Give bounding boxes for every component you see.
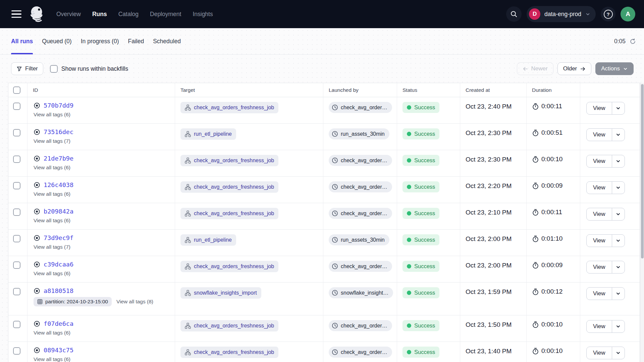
view-all-tags-link[interactable]: View all tags (6) xyxy=(34,330,70,336)
partition-tag[interactable]: partition: 2024-10-23-15:00 xyxy=(34,297,112,306)
launched-by-pill[interactable]: check_avg_order… xyxy=(329,261,392,272)
row-checkbox[interactable] xyxy=(13,208,20,216)
hamburger-menu-icon[interactable] xyxy=(11,10,21,18)
run-id-link[interactable]: a8180518 xyxy=(44,287,73,294)
row-checkbox[interactable] xyxy=(13,347,20,355)
nav-link-overview[interactable]: Overview xyxy=(56,11,81,18)
target-pill[interactable]: check_avg_orders_freshness_job xyxy=(180,155,278,166)
user-avatar[interactable]: A xyxy=(621,7,635,21)
run-id-link[interactable]: 570b7dd9 xyxy=(44,102,73,109)
run-id-link[interactable]: 73d9ec9f xyxy=(44,234,73,241)
view-button[interactable]: View xyxy=(587,182,612,194)
tab-queued[interactable]: Queued (0) xyxy=(42,28,72,54)
row-checkbox[interactable] xyxy=(13,103,20,110)
launched-by-pill[interactable]: check_avg_order… xyxy=(329,208,392,219)
view-all-tags-link[interactable]: View all tags (6) xyxy=(34,218,70,224)
view-dropdown-button[interactable] xyxy=(612,155,625,167)
run-id-link[interactable]: b209842a xyxy=(44,208,73,215)
view-dropdown-button[interactable] xyxy=(612,288,625,300)
select-all-checkbox[interactable] xyxy=(13,86,20,94)
nav-link-catalog[interactable]: Catalog xyxy=(118,11,139,18)
view-dropdown-button[interactable] xyxy=(612,320,625,333)
target-pill[interactable]: check_avg_orders_freshness_job xyxy=(180,347,278,358)
status-badge: Success xyxy=(402,181,439,192)
view-button[interactable]: View xyxy=(587,235,612,247)
view-all-tags-link[interactable]: View all tags (6) xyxy=(34,356,70,362)
filter-button[interactable]: Filter xyxy=(11,62,43,75)
run-id-link[interactable]: 73516dec xyxy=(44,128,73,135)
row-checkbox[interactable] xyxy=(13,321,20,328)
target-pill[interactable]: check_avg_orders_freshness_job xyxy=(180,320,278,331)
launched-by-pill[interactable]: snowflake_insight… xyxy=(329,287,393,298)
view-dropdown-button[interactable] xyxy=(612,261,625,273)
view-dropdown-button[interactable] xyxy=(612,235,625,247)
view-dropdown-button[interactable] xyxy=(612,102,625,114)
tab-all-runs[interactable]: All runs xyxy=(11,28,33,54)
launched-by-pill[interactable]: check_avg_order… xyxy=(329,347,392,358)
show-backfills-checkbox[interactable] xyxy=(50,65,58,73)
target-pill[interactable]: check_avg_orders_freshness_job xyxy=(180,102,278,113)
view-button[interactable]: View xyxy=(587,320,612,333)
run-id-link[interactable]: c39dcaa6 xyxy=(44,261,73,268)
row-checkbox[interactable] xyxy=(13,235,20,242)
nav-link-deployment[interactable]: Deployment xyxy=(150,11,181,18)
view-dropdown-button[interactable] xyxy=(612,347,625,359)
older-button[interactable]: Older xyxy=(557,62,592,75)
scrollbar-thumb[interactable] xyxy=(641,84,644,258)
deployment-switcher[interactable]: D data-eng-prod xyxy=(527,6,596,22)
tab-in-progress[interactable]: In progress (0) xyxy=(81,28,119,54)
job-icon xyxy=(185,184,191,190)
view-button[interactable]: View xyxy=(587,129,612,141)
view-dropdown-button[interactable] xyxy=(612,129,625,141)
tab-failed[interactable]: Failed xyxy=(128,28,144,54)
nav-link-insights[interactable]: Insights xyxy=(193,11,213,18)
target-pill[interactable]: run_etl_pipeline xyxy=(180,234,236,246)
view-dropdown-button[interactable] xyxy=(612,208,625,220)
clock-icon xyxy=(332,237,338,243)
view-button[interactable]: View xyxy=(587,208,612,220)
launched-by-pill[interactable]: run_assets_30min xyxy=(329,128,389,139)
target-pill[interactable]: snowflake_insights_import xyxy=(180,287,261,299)
row-checkbox[interactable] xyxy=(13,288,20,295)
table-scrollbar[interactable] xyxy=(640,83,644,362)
actions-button[interactable]: Actions xyxy=(595,62,634,75)
newer-button[interactable]: Newer xyxy=(517,62,553,75)
row-checkbox[interactable] xyxy=(13,129,20,136)
row-checkbox[interactable] xyxy=(13,261,20,269)
help-button[interactable]: ? xyxy=(601,7,615,21)
tab-scheduled[interactable]: Scheduled xyxy=(153,28,181,54)
row-checkbox[interactable] xyxy=(13,182,20,189)
target-pill[interactable]: check_avg_orders_freshness_job xyxy=(180,208,278,219)
view-button[interactable]: View xyxy=(587,102,612,114)
refresh-icon[interactable] xyxy=(630,38,636,45)
launched-by-pill[interactable]: check_avg_order… xyxy=(329,320,392,331)
launched-by-pill[interactable]: check_avg_order… xyxy=(329,181,392,192)
run-id-link[interactable]: f07de6ca xyxy=(44,320,73,327)
view-all-tags-link[interactable]: View all tags (7) xyxy=(34,138,70,144)
view-dropdown-button[interactable] xyxy=(612,182,625,194)
view-button[interactable]: View xyxy=(587,261,612,273)
view-all-tags-link[interactable]: View all tags (8) xyxy=(116,299,153,305)
view-button[interactable]: View xyxy=(587,155,612,167)
target-pill[interactable]: run_etl_pipeline xyxy=(180,128,236,140)
view-all-tags-link[interactable]: View all tags (6) xyxy=(34,191,70,197)
search-button[interactable] xyxy=(506,6,522,22)
view-button[interactable]: View xyxy=(587,288,612,300)
target-pill[interactable]: check_avg_orders_freshness_job xyxy=(180,261,278,272)
nav-link-runs[interactable]: Runs xyxy=(92,11,107,18)
view-all-tags-link[interactable]: View all tags (6) xyxy=(34,112,70,118)
stopwatch-icon xyxy=(532,348,539,355)
launched-by-pill[interactable]: check_avg_order… xyxy=(329,155,392,166)
run-id-link[interactable]: 126c4038 xyxy=(44,181,73,188)
view-all-tags-link[interactable]: View all tags (6) xyxy=(34,165,70,171)
row-checkbox[interactable] xyxy=(13,156,20,163)
run-id-link[interactable]: 08943c75 xyxy=(44,347,73,354)
view-all-tags-link[interactable]: View all tags (7) xyxy=(34,244,70,250)
run-status-icon xyxy=(34,235,40,241)
launched-by-pill[interactable]: check_avg_order… xyxy=(329,102,392,113)
target-pill[interactable]: check_avg_orders_freshness_job xyxy=(180,181,278,193)
launched-by-pill[interactable]: run_assets_30min xyxy=(329,234,389,245)
view-button[interactable]: View xyxy=(587,347,612,359)
run-id-link[interactable]: 21de7b9e xyxy=(44,155,73,162)
view-all-tags-link[interactable]: View all tags (6) xyxy=(34,270,70,277)
